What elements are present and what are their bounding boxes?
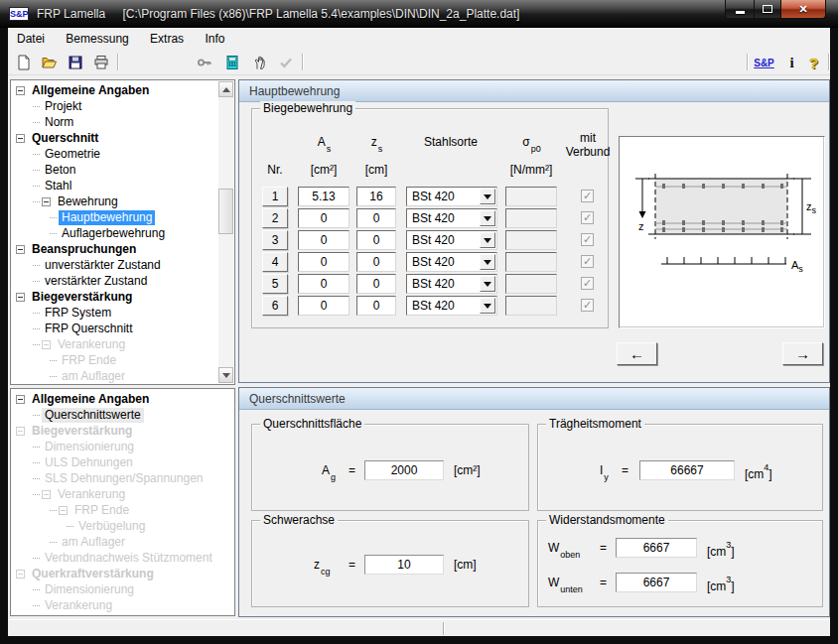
mit-verbund-checkbox: ✓ <box>581 233 594 246</box>
tree-collapse-icon[interactable] <box>16 427 25 436</box>
previous-button[interactable]: ← <box>617 342 657 365</box>
menu-item-bemessung[interactable]: Bemessung <box>57 28 137 50</box>
row-number-button[interactable]: 2 <box>262 208 288 228</box>
as-input[interactable]: 0 <box>298 252 349 272</box>
tree-item-frp-querschnitt[interactable]: FRP Querschnitt <box>12 321 218 336</box>
tree-item-uls-dehnungen[interactable]: ULS Dehnungen <box>12 454 233 470</box>
zs-input[interactable]: 0 <box>356 252 396 272</box>
dropdown-button[interactable] <box>480 254 495 270</box>
tree-item-querschnitt[interactable]: Querschnitt <box>12 130 218 146</box>
menu-item-extras[interactable]: Extras <box>141 28 193 50</box>
tree-item-biegeverst-rkung[interactable]: Biegeverstärkung <box>12 423 233 439</box>
tree-item-verankerung[interactable]: Verankerung <box>12 486 233 502</box>
as-input[interactable]: 0 <box>298 208 349 228</box>
tree-item-querschnittswerte[interactable]: Querschnittswerte <box>12 407 233 423</box>
tree-item-stahl[interactable]: Stahl <box>12 178 218 193</box>
zs-input[interactable]: 0 <box>356 208 396 228</box>
tree-collapse-icon[interactable] <box>42 340 51 349</box>
as-input[interactable]: 0 <box>298 296 349 316</box>
tree-item-allgemeine-angaben[interactable]: Allgemeine Angaben <box>12 391 233 407</box>
tree-item-querkraftverst-rkung[interactable]: Querkraftverstärkung <box>12 566 233 581</box>
menu-item-datei[interactable]: Datei <box>8 28 54 50</box>
scroll-down-button[interactable] <box>218 367 233 383</box>
as-input[interactable]: 0 <box>298 230 349 250</box>
tree-collapse-icon[interactable] <box>16 570 25 579</box>
tree-item-verb-gelung[interactable]: Verbügelung <box>12 518 233 534</box>
tree-item-geometrie[interactable]: Geometrie <box>12 146 218 162</box>
tree-collapse-icon[interactable] <box>16 245 25 254</box>
new-document-button[interactable] <box>12 52 35 73</box>
dropdown-button[interactable] <box>480 189 495 204</box>
dropdown-button[interactable] <box>480 276 495 292</box>
tree-item-allgemeine-angaben[interactable]: Allgemeine Angaben <box>12 82 218 98</box>
tree-item-beton[interactable]: Beton <box>12 162 218 178</box>
help-button[interactable]: ? <box>802 52 825 73</box>
zs-input[interactable]: 0 <box>356 296 396 316</box>
tree-item-beanspruchungen[interactable]: Beanspruchungen <box>12 241 218 257</box>
tree-collapse-icon[interactable] <box>16 134 25 143</box>
tree-item-sls-dehnungen-spannungen[interactable]: SLS Dehnungen/Spannungen <box>12 470 233 486</box>
dropdown-button[interactable] <box>480 298 495 314</box>
next-button[interactable]: → <box>782 342 823 365</box>
tree-collapse-icon[interactable] <box>16 293 25 302</box>
dropdown-button[interactable] <box>480 232 495 248</box>
info-button[interactable]: i <box>780 52 803 73</box>
tree-item-dimensionierung[interactable]: Dimensionierung <box>12 439 233 454</box>
as-input[interactable]: 0 <box>298 274 349 294</box>
dropdown-button[interactable] <box>480 210 495 226</box>
tree-collapse-icon[interactable] <box>16 86 25 95</box>
tree-collapse-icon[interactable] <box>59 506 68 515</box>
tree-item-frp-ende[interactable]: FRP Ende <box>12 352 218 368</box>
stop-button[interactable] <box>248 52 271 73</box>
zs-input[interactable]: 16 <box>356 187 396 206</box>
tree-collapse-icon[interactable] <box>16 395 25 404</box>
tree-item-projekt[interactable]: Projekt <box>12 98 218 114</box>
tree-item-frp-system[interactable]: FRP System <box>12 305 218 321</box>
maximize-button[interactable] <box>754 0 781 19</box>
tree-item-auflagerbewehrung[interactable]: Auflagerbewehrung <box>12 225 218 241</box>
tree-item-biegeverst-rkung[interactable]: Biegeverstärkung <box>12 289 218 305</box>
stahlsorte-dropdown[interactable]: BSt 420 <box>406 252 497 272</box>
zs-input[interactable]: 0 <box>356 230 396 250</box>
tree-item-verankerung[interactable]: Verankerung <box>12 597 233 613</box>
tree-item-norm[interactable]: Norm <box>12 114 218 130</box>
tree-item-bewehrung[interactable]: Bewehrung <box>12 193 218 209</box>
tree-item-verankerung[interactable]: Verankerung <box>12 336 218 352</box>
stahlsorte-dropdown[interactable]: BSt 420 <box>406 230 497 250</box>
tree-collapse-icon[interactable] <box>42 197 51 206</box>
scroll-up-button[interactable] <box>218 81 233 97</box>
tree-item-unverst-rkter-zustand[interactable]: unverstärkter Zustand <box>12 257 218 273</box>
row-number-button[interactable]: 6 <box>262 296 288 316</box>
save-button[interactable] <box>64 52 86 73</box>
row-number-button[interactable]: 4 <box>262 252 288 272</box>
tree-scrollbar[interactable] <box>218 81 233 383</box>
stahlsorte-dropdown[interactable]: BSt 420 <box>406 208 497 228</box>
stahlsorte-dropdown[interactable]: BSt 420 <box>406 187 497 206</box>
tree-item-hauptbewehrung[interactable]: Hauptbewehrung <box>12 209 218 225</box>
tree-item-am-auflager[interactable]: am Auflager <box>12 534 233 550</box>
tree-item-am-auflager[interactable]: am Auflager <box>12 368 218 383</box>
login-key-button[interactable] <box>193 52 215 73</box>
sp-website-button[interactable]: S&P <box>753 52 775 73</box>
menu-item-info[interactable]: Info <box>196 28 233 50</box>
open-file-button[interactable] <box>38 52 61 73</box>
as-input[interactable]: 5.13 <box>298 187 349 206</box>
tree-item-verbundnachweis-st-tzmoment[interactable]: Verbundnachweis Stützmoment <box>12 550 233 566</box>
tree-collapse-icon[interactable] <box>42 490 51 499</box>
row-number-button[interactable]: 5 <box>262 274 288 294</box>
tree-item-dimensionierung[interactable]: Dimensionierung <box>12 581 233 597</box>
zs-input[interactable]: 0 <box>356 274 396 294</box>
tree-item-verst-rkter-zustand[interactable]: verstärkter Zustand <box>12 273 218 289</box>
tree-item-frp-ende[interactable]: FRP Ende <box>12 502 233 518</box>
close-button[interactable]: ✕ <box>780 0 826 19</box>
row-number-button[interactable]: 1 <box>262 187 288 206</box>
calculate-button[interactable] <box>220 52 243 73</box>
panel-caption: Hauptbewehrung <box>239 80 829 102</box>
tree-connector <box>33 447 40 448</box>
stahlsorte-dropdown[interactable]: BSt 420 <box>406 274 497 294</box>
row-number-button[interactable]: 3 <box>262 230 288 250</box>
stahlsorte-dropdown[interactable]: BSt 420 <box>406 296 497 316</box>
minimize-button[interactable] <box>725 0 755 19</box>
print-button[interactable] <box>89 52 112 73</box>
scrollbar-thumb[interactable] <box>218 189 233 234</box>
